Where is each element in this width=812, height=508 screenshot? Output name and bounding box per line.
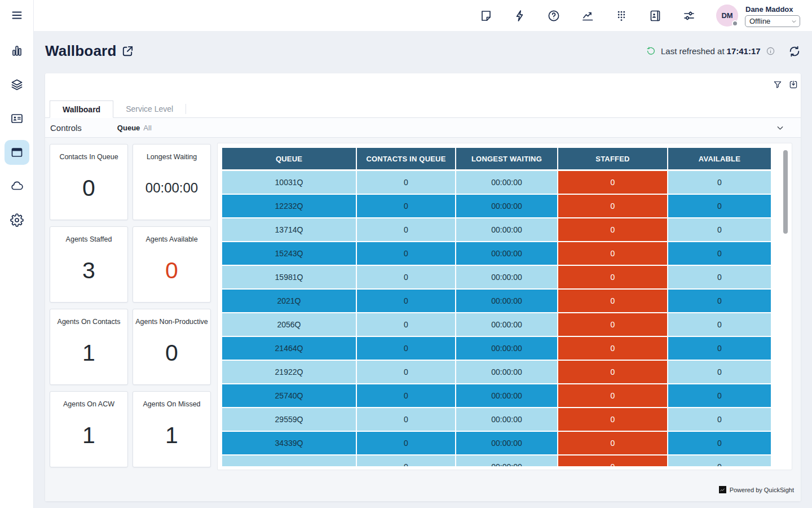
- cell-contacts-in-queue: 0: [357, 290, 455, 312]
- queue-control[interactable]: Queue All: [117, 124, 152, 132]
- powered-by-text: Powered by QuickSight: [730, 487, 794, 493]
- sidebar-item-metrics[interactable]: [5, 38, 29, 63]
- cell-staffed: 0: [558, 337, 667, 360]
- cell-longest-waiting: 00:00:00: [456, 313, 557, 336]
- kpi-card: Agents On ACW1: [50, 391, 128, 467]
- kpi-value: 0: [165, 243, 178, 302]
- sidebar-item-routing[interactable]: [5, 72, 29, 97]
- sidebar: [0, 0, 34, 508]
- agent-status-select[interactable]: Offline: [745, 15, 800, 27]
- cell-staffed: 0: [558, 432, 667, 454]
- cell-available: 0: [668, 218, 771, 241]
- cell-staffed: 0: [558, 242, 667, 265]
- export-icon[interactable]: [788, 80, 798, 90]
- kpi-value: 0: [165, 326, 178, 384]
- help-icon[interactable]: [547, 9, 561, 23]
- gear-icon: [10, 213, 24, 227]
- sidebar-item-cloud[interactable]: [5, 174, 29, 199]
- column-header[interactable]: LONGEST WAITING: [456, 148, 557, 169]
- app-root: DM Dane Maddox Offline Wallboard Last re…: [0, 0, 812, 508]
- table-row: 2056Q000:00:0000: [222, 313, 773, 336]
- controls-collapse-icon[interactable]: [775, 123, 785, 133]
- menu-icon[interactable]: [10, 8, 24, 22]
- cell-contacts-in-queue: 0: [357, 432, 455, 454]
- table-row: 2021Q000:00:0000: [222, 290, 773, 312]
- cell-queue: 15243Q: [222, 242, 356, 265]
- filter-icon[interactable]: [773, 80, 783, 90]
- cell-longest-waiting: 00:00:00: [456, 384, 557, 407]
- kpi-card: Agents Staffed3: [50, 226, 128, 303]
- cell-contacts-in-queue: 0: [357, 361, 455, 383]
- kpi-label: Contacts In Queue: [59, 153, 118, 161]
- kpi-card: Agents On Contacts1: [50, 309, 128, 385]
- tab-service-level[interactable]: Service Level: [113, 100, 186, 117]
- sliders-icon[interactable]: [682, 9, 696, 23]
- column-header[interactable]: QUEUE: [222, 148, 356, 169]
- cell-queue: 34339Q: [222, 432, 356, 454]
- table-scrollbar[interactable]: [783, 150, 788, 234]
- column-header[interactable]: AVAILABLE: [668, 148, 771, 169]
- cell-longest-waiting: 00:00:00: [456, 408, 557, 431]
- sidebar-item-wallboard[interactable]: [5, 140, 29, 165]
- refresh-icon[interactable]: [788, 45, 801, 58]
- line-chart-icon[interactable]: [581, 9, 594, 23]
- queue-control-value: All: [143, 124, 151, 132]
- queue-table: QUEUECONTACTS IN QUEUELONGEST WAITINGSTA…: [222, 148, 773, 466]
- cell-contacts-in-queue: 0: [357, 242, 455, 265]
- kpi-value: 00:00:00: [145, 161, 198, 220]
- column-header[interactable]: CONTACTS IN QUEUE: [357, 148, 455, 169]
- info-icon[interactable]: [766, 46, 775, 56]
- kpi-card: Agents On Missed1: [133, 391, 211, 467]
- id-card-icon: [10, 112, 24, 125]
- cell-staffed: 0: [558, 456, 667, 466]
- task-note-icon[interactable]: [479, 9, 493, 23]
- cell-queue: 25740Q: [222, 384, 356, 407]
- cell-queue: 12232Q: [222, 195, 356, 217]
- table-row: 34339Q000:00:0000: [222, 432, 773, 454]
- kpi-value: 1: [82, 408, 95, 467]
- agent-status-select-wrap: Offline: [745, 15, 800, 27]
- kpi-label: Agents On ACW: [63, 400, 114, 408]
- kpi-label: Agents On Missed: [143, 400, 200, 408]
- sidebar-item-contacts[interactable]: [5, 106, 29, 131]
- sheet-tabs: Wallboard Service Level: [45, 100, 801, 118]
- controls-label: Controls: [50, 123, 82, 133]
- cell-contacts-in-queue: 0: [357, 313, 455, 336]
- history-icon: [646, 46, 656, 56]
- cell-contacts-in-queue: 0: [357, 266, 455, 288]
- tab-wallboard[interactable]: Wallboard: [50, 100, 113, 118]
- cell-available: 0: [668, 242, 771, 265]
- cell-longest-waiting: 00:00:00: [456, 266, 557, 288]
- kpi-label: Agents Staffed: [66, 235, 112, 243]
- column-header[interactable]: STAFFED: [558, 148, 667, 169]
- cloud-icon: [10, 179, 24, 193]
- cell-staffed: 0: [558, 171, 667, 194]
- dashboard-content: Contacts In Queue0Longest Waiting00:00:0…: [45, 138, 801, 501]
- kpi-card: Agents Available0: [133, 226, 211, 303]
- window-icon: [10, 146, 24, 159]
- dialpad-icon[interactable]: [615, 9, 628, 23]
- cell-contacts-in-queue: 0: [357, 408, 455, 431]
- sidebar-item-settings[interactable]: [5, 208, 29, 233]
- kpi-label: Longest Waiting: [147, 153, 197, 161]
- cell-queue: 21464Q: [222, 337, 356, 360]
- kpi-label: Agents On Contacts: [58, 318, 121, 326]
- directory-icon[interactable]: [648, 9, 662, 23]
- cell-staffed: 0: [558, 266, 667, 288]
- external-link-icon[interactable]: [121, 45, 134, 58]
- cell-available: 0: [668, 456, 771, 466]
- cell-staffed: 0: [558, 218, 667, 241]
- cell-longest-waiting: 00:00:00: [456, 171, 557, 194]
- kpi-card: Contacts In Queue0: [50, 144, 128, 220]
- kpi-label: Agents Non-Productive: [135, 318, 208, 326]
- cell-available: 0: [668, 408, 771, 431]
- tab-divider: [186, 104, 186, 114]
- quick-actions-icon[interactable]: [513, 9, 527, 23]
- cell-queue: 2021Q: [222, 290, 356, 312]
- presence-dot: [732, 20, 738, 27]
- cell-available: 0: [668, 337, 771, 360]
- kpi-value: 1: [82, 326, 95, 384]
- table-header-row: QUEUECONTACTS IN QUEUELONGEST WAITINGSTA…: [222, 148, 773, 169]
- table-row: 29559Q000:00:0000: [222, 408, 773, 431]
- cell-staffed: 0: [558, 195, 667, 217]
